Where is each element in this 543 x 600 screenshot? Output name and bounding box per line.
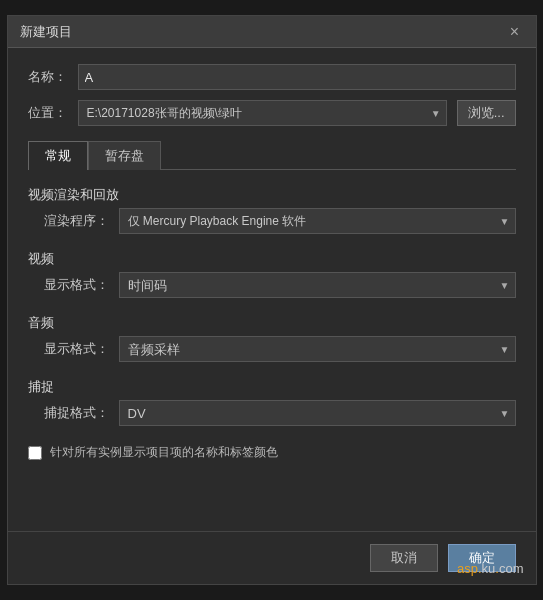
audio-format-row: 显示格式： 音频采样毫秒 ▼: [44, 336, 516, 362]
checkbox-label[interactable]: 针对所有实例显示项目项的名称和标签颜色: [50, 444, 278, 461]
audio-title: 音频: [28, 314, 516, 332]
location-wrapper: ▼: [78, 100, 447, 126]
name-label: 名称：: [28, 68, 68, 86]
video-format-wrapper: 时间码帧英尺+帧16毫米英尺+帧35毫米时间 ▼: [119, 272, 516, 298]
location-label: 位置：: [28, 104, 68, 122]
audio-format-label: 显示格式：: [44, 340, 109, 358]
bottom-buttons: 取消 确定: [8, 531, 536, 584]
video-title: 视频: [28, 250, 516, 268]
video-format-select[interactable]: 时间码帧英尺+帧16毫米英尺+帧35毫米时间: [119, 272, 516, 298]
audio-section: 音频 显示格式： 音频采样毫秒 ▼: [28, 308, 516, 362]
watermark-asp: asp: [457, 561, 478, 576]
tab-scratch[interactable]: 暂存盘: [88, 141, 161, 170]
browse-button[interactable]: 浏览...: [457, 100, 516, 126]
video-section: 视频 显示格式： 时间码帧英尺+帧16毫米英尺+帧35毫米时间 ▼: [28, 244, 516, 298]
renderer-select[interactable]: 仅 Mercury Playback Engine 软件: [119, 208, 516, 234]
capture-format-select[interactable]: DVHDV: [119, 400, 516, 426]
watermark: asp.ku.com: [457, 561, 524, 576]
audio-format-wrapper: 音频采样毫秒 ▼: [119, 336, 516, 362]
cancel-button[interactable]: 取消: [370, 544, 438, 572]
dialog-title: 新建项目: [20, 23, 72, 41]
location-input[interactable]: [78, 100, 447, 126]
label-color-checkbox[interactable]: [28, 446, 42, 460]
title-bar: 新建项目 ×: [8, 16, 536, 48]
video-format-label: 显示格式：: [44, 276, 109, 294]
watermark-ku: ku: [482, 561, 496, 576]
name-input[interactable]: [78, 64, 516, 90]
capture-section: 捕捉 捕捉格式： DVHDV ▼: [28, 372, 516, 426]
tab-general[interactable]: 常规: [28, 141, 88, 170]
video-rendering-section: 视频渲染和回放 渲染程序： 仅 Mercury Playback Engine …: [28, 180, 516, 234]
dialog-content: 名称： 位置： ▼ 浏览... 常规 暂存盘 视频渲染和回放 渲染程序： 仅 M…: [8, 48, 536, 531]
video-format-row: 显示格式： 时间码帧英尺+帧16毫米英尺+帧35毫米时间 ▼: [44, 272, 516, 298]
capture-format-wrapper: DVHDV ▼: [119, 400, 516, 426]
name-row: 名称：: [28, 64, 516, 90]
renderer-label: 渲染程序：: [44, 212, 109, 230]
video-rendering-title: 视频渲染和回放: [28, 186, 516, 204]
audio-format-select[interactable]: 音频采样毫秒: [119, 336, 516, 362]
capture-format-row: 捕捉格式： DVHDV ▼: [44, 400, 516, 426]
capture-title: 捕捉: [28, 378, 516, 396]
new-project-dialog: 新建项目 × 名称： 位置： ▼ 浏览... 常规 暂存盘 视频渲染和回放: [7, 15, 537, 585]
location-row: 位置： ▼ 浏览...: [28, 100, 516, 126]
watermark-com: com: [499, 561, 524, 576]
capture-format-label: 捕捉格式：: [44, 404, 109, 422]
renderer-select-wrapper: 仅 Mercury Playback Engine 软件 ▼: [119, 208, 516, 234]
checkbox-row: 针对所有实例显示项目项的名称和标签颜色: [28, 444, 516, 461]
renderer-row: 渲染程序： 仅 Mercury Playback Engine 软件 ▼: [44, 208, 516, 234]
close-button[interactable]: ×: [506, 23, 524, 41]
tabs-row: 常规 暂存盘: [28, 140, 516, 170]
